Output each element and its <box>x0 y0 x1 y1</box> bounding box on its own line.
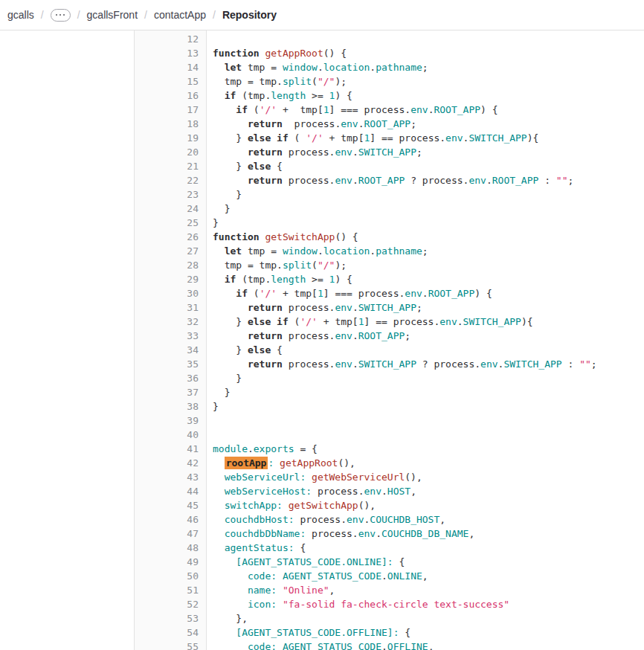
line-number[interactable]: 54 <box>135 625 199 640</box>
code-token: if <box>236 288 248 299</box>
line-number[interactable]: 55 <box>135 640 199 650</box>
line-number[interactable]: 40 <box>135 428 199 442</box>
line-number[interactable]: 30 <box>135 286 199 300</box>
line-number[interactable]: 19 <box>135 131 199 145</box>
line-number[interactable]: 53 <box>135 611 199 625</box>
line-number[interactable]: 18 <box>135 117 199 131</box>
line-number[interactable]: 38 <box>135 399 199 414</box>
line-number[interactable]: 14 <box>135 60 199 74</box>
code-token: process. <box>283 175 335 186</box>
code-token: (tmp. <box>236 90 271 101</box>
code-token: . <box>352 330 358 341</box>
code-token: . <box>352 175 358 186</box>
line-number[interactable]: 45 <box>135 498 199 512</box>
line-number[interactable]: 12 <box>135 32 199 46</box>
line-number[interactable]: 37 <box>135 385 199 399</box>
line-number[interactable]: 24 <box>135 202 199 216</box>
code-token: function <box>213 48 260 59</box>
code-line: agentStatus: { <box>213 541 644 555</box>
code-token: , <box>422 570 428 582</box>
code-token: process. <box>283 118 341 129</box>
code-token: . <box>352 358 358 370</box>
breadcrumb-ellipsis-button[interactable] <box>51 9 71 22</box>
line-number[interactable]: 46 <box>135 512 199 527</box>
line-number[interactable]: 26 <box>135 230 199 244</box>
code-token: '/' <box>260 104 277 115</box>
line-number[interactable]: 32 <box>135 315 199 329</box>
code-token: . <box>376 528 381 539</box>
code-token: env <box>347 514 364 525</box>
breadcrumb-link-gcallsFront[interactable]: gcallsFront <box>87 9 138 21</box>
breadcrumb-separator: / <box>144 9 147 21</box>
line-number[interactable]: 23 <box>135 187 199 202</box>
line-number[interactable]: 20 <box>135 145 199 159</box>
line-number[interactable]: 33 <box>135 329 199 343</box>
line-number[interactable]: 31 <box>135 300 199 315</box>
line-number[interactable]: 16 <box>135 89 199 103</box>
line-number[interactable]: 29 <box>135 272 199 286</box>
code-token: , <box>439 514 445 525</box>
line-number[interactable]: 44 <box>135 484 199 498</box>
line-number[interactable]: 36 <box>135 371 199 385</box>
code-token: tmp = tmp. <box>213 260 283 271</box>
ellipsis-icon <box>56 14 58 16</box>
code-token: return <box>248 302 283 313</box>
search-match-highlight: rootApp <box>225 457 268 469</box>
code-line: tmp = tmp.split("/"); <box>213 258 644 272</box>
code-token: ( <box>312 76 318 87</box>
line-number[interactable]: 25 <box>135 216 199 230</box>
line-number[interactable]: 34 <box>135 343 199 357</box>
code-line: } else { <box>213 343 644 357</box>
code-token: ; <box>416 147 422 158</box>
line-number[interactable]: 35 <box>135 357 199 371</box>
line-number[interactable]: 43 <box>135 470 199 484</box>
line-number[interactable]: 42 <box>135 456 199 470</box>
code-token: icon: <box>248 599 277 610</box>
breadcrumb-separator: / <box>41 9 44 21</box>
line-number[interactable]: 49 <box>135 555 199 569</box>
code-token <box>274 457 280 469</box>
line-number[interactable]: 52 <box>135 597 199 611</box>
breadcrumb-header: gcalls//gcallsFront/contactApp/Repositor… <box>0 0 644 30</box>
code-token: if <box>236 104 248 115</box>
code-token: . <box>486 175 492 186</box>
code-line: if ('/' + tmp[1] === process.env.ROOT_AP… <box>213 103 644 117</box>
line-number[interactable]: 27 <box>135 244 199 258</box>
line-number[interactable]: 22 <box>135 173 199 187</box>
breadcrumb-link-gcalls[interactable]: gcalls <box>7 9 34 21</box>
breadcrumb-current-page: Repository <box>222 9 277 21</box>
line-number[interactable]: 48 <box>135 541 199 555</box>
code-token: else <box>248 132 271 144</box>
code-token <box>277 599 283 610</box>
code-token: ) { <box>335 90 352 101</box>
breadcrumb-link-contactApp[interactable]: contactApp <box>154 9 206 21</box>
code-token: . <box>352 302 358 313</box>
line-number[interactable]: 21 <box>135 159 199 173</box>
code-token <box>213 288 236 299</box>
line-number[interactable]: 13 <box>135 46 199 60</box>
line-number[interactable]: 47 <box>135 527 199 541</box>
code-token <box>213 599 248 610</box>
code-token: couchdbHost: <box>225 514 294 525</box>
code-token: process. <box>312 486 364 497</box>
code-token: ROOT_APP <box>358 175 405 186</box>
code-token: getAppRoot <box>280 457 338 469</box>
code-token: return <box>248 330 283 341</box>
line-number[interactable]: 50 <box>135 569 199 583</box>
line-number[interactable]: 17 <box>135 103 199 117</box>
code-token: { <box>399 627 410 638</box>
code-token: window <box>283 245 318 257</box>
code-token: SWITCH_APP <box>468 132 527 144</box>
code-token: code: <box>248 570 277 582</box>
line-number[interactable]: 39 <box>135 414 199 428</box>
line-number[interactable]: 28 <box>135 258 199 272</box>
code-token: let <box>225 62 242 73</box>
code-token <box>213 90 225 101</box>
line-number[interactable]: 41 <box>135 442 199 456</box>
code-token: env <box>335 175 352 186</box>
line-number[interactable]: 51 <box>135 583 199 597</box>
line-number[interactable]: 15 <box>135 74 199 89</box>
code-line: let tmp = window.location.pathname; <box>213 244 644 258</box>
code-token: } <box>213 316 248 327</box>
code-line: } <box>213 371 644 385</box>
